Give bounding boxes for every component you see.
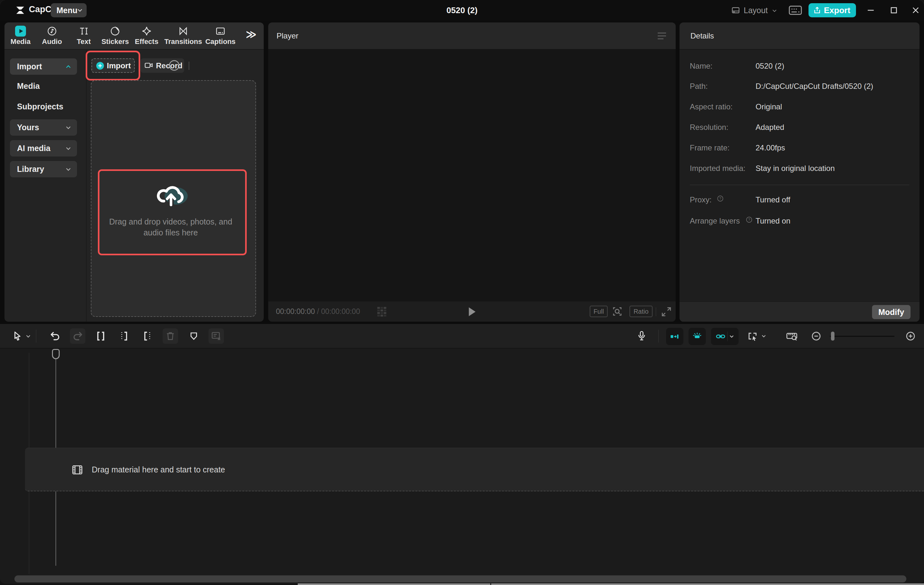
details-value: Stay in original location — [756, 163, 835, 174]
tab-media[interactable]: Media — [9, 26, 32, 48]
tab-audio[interactable]: Audio — [40, 26, 64, 48]
captions-icon — [215, 26, 226, 36]
sidebar-divider — [86, 50, 87, 322]
details-label: Resolution: — [690, 122, 728, 133]
camera-icon — [144, 61, 153, 71]
media-grid-area[interactable]: Drag and drop videos, photos, and audio … — [91, 80, 256, 317]
playhead-handle[interactable] — [52, 349, 60, 359]
import-button[interactable]: Import — [91, 58, 135, 73]
player-menu-icon[interactable] — [657, 31, 667, 42]
modify-button[interactable]: Modify — [872, 305, 911, 319]
tab-captions[interactable]: Captions — [205, 26, 236, 48]
menu-button-label: Menu — [56, 3, 78, 17]
delete-right-button[interactable] — [140, 328, 155, 344]
delete-left-button[interactable] — [117, 328, 132, 344]
asset-tab-bar: Media Audio Text Stickers — [5, 23, 264, 50]
details-row-frame-rate: Frame rate: 24.00fps — [680, 142, 919, 153]
details-label: Name: — [690, 61, 713, 71]
sidebar-item-media[interactable]: Media — [17, 80, 40, 92]
details-row-resolution: Resolution: Adapted — [680, 122, 919, 133]
tab-stickers[interactable]: Stickers — [101, 26, 130, 48]
tab-effects[interactable]: Effects — [132, 26, 161, 48]
sidebar-item-import[interactable]: Import — [10, 58, 77, 75]
details-row-path: Path: D:/CapCut/CapCut Drafts/0520 (2) — [680, 81, 919, 92]
export-button-label: Export — [824, 3, 850, 17]
timeline-horizontal-scrollbar[interactable] — [15, 575, 906, 582]
frame-grid-icon[interactable] — [377, 306, 388, 318]
zoom-in-button[interactable] — [903, 328, 918, 344]
split-button[interactable] — [93, 328, 109, 344]
player-viewport[interactable] — [268, 50, 676, 302]
details-value: D:/CapCut/CapCut Drafts/0520 (2) — [756, 81, 873, 92]
sidebar-library-label: Library — [17, 161, 44, 177]
help-icon[interactable]: ? — [746, 216, 753, 227]
timecode-total: 00:00:00:00 — [321, 307, 360, 316]
details-panel: Details Name: 0520 (2) Path: D:/CapCut/C… — [680, 23, 919, 322]
full-size-badge[interactable]: Full — [590, 306, 608, 317]
maximize-button[interactable] — [889, 6, 898, 16]
layout-dropdown[interactable]: Layout — [731, 3, 784, 17]
timeline-scale-button[interactable] — [784, 328, 800, 344]
shortcut-panel-icon[interactable] — [789, 5, 802, 16]
zoom-fit-icon[interactable] — [611, 305, 624, 319]
tab-transitions[interactable]: Transitions — [164, 26, 203, 48]
ratio-badge[interactable]: Ratio — [629, 306, 653, 317]
sidebar-yours-label: Yours — [17, 119, 39, 136]
export-button[interactable]: Export — [808, 3, 856, 17]
upload-dropzone[interactable]: Drag and drop videos, photos, and audio … — [99, 171, 242, 250]
mark-button[interactable] — [186, 328, 201, 344]
sidebar-item-subprojects[interactable]: Subprojects — [17, 101, 63, 112]
minimize-button[interactable] — [866, 6, 875, 16]
chevron-down-icon — [77, 8, 83, 14]
sidebar-item-ai-media[interactable]: AI media — [10, 140, 77, 157]
tab-captions-label: Captions — [205, 38, 236, 46]
play-button[interactable] — [467, 306, 477, 319]
layout-icon — [731, 6, 741, 16]
menu-button[interactable]: Menu — [51, 3, 87, 17]
undo-button[interactable] — [48, 328, 63, 344]
details-row-name: Name: 0520 (2) — [680, 61, 919, 71]
sidebar-item-yours[interactable]: Yours — [10, 119, 77, 136]
record-voiceover-button[interactable] — [634, 328, 649, 344]
details-panel-header: Details — [680, 23, 919, 50]
button-row-divider — [189, 62, 189, 70]
select-tool-dropdown[interactable] — [24, 328, 33, 344]
sidebar-item-library[interactable]: Library — [10, 161, 77, 177]
toolbar-divider — [658, 330, 659, 343]
details-row-aspect-ratio: Aspect ratio: Original — [680, 101, 919, 112]
details-value: Adapted — [756, 122, 784, 133]
timeline-zoom-slider[interactable] — [830, 332, 894, 341]
export-icon — [813, 6, 821, 16]
details-label: Aspect ratio: — [690, 101, 733, 112]
layout-label: Layout — [744, 3, 768, 17]
sticker-icon — [110, 26, 120, 36]
timeline-area[interactable]: Drag material here and start to create — [0, 348, 924, 584]
select-tool-button[interactable] — [10, 328, 25, 344]
expand-tabs-button[interactable]: ≫ — [246, 28, 257, 40]
player-panel-title: Player — [277, 23, 299, 49]
dropzone-hint-line2: audio files here — [99, 228, 242, 237]
slider-handle[interactable] — [831, 332, 835, 341]
cursor-split-dropdown[interactable] — [759, 328, 768, 344]
fullscreen-icon[interactable] — [660, 306, 672, 319]
close-button[interactable] — [911, 6, 920, 16]
details-label: Frame rate: — [690, 142, 729, 153]
help-icon[interactable]: ? — [717, 195, 724, 206]
tab-text[interactable]: Text — [72, 26, 95, 48]
timecode: 00:00:00:00 / 00:00:00:00 — [276, 302, 360, 322]
dropzone-hint-line1: Drag and drop videos, photos, and — [99, 217, 242, 226]
empty-track-band[interactable]: Drag material here and start to create — [25, 448, 924, 491]
sidebar-import-label: Import — [17, 58, 42, 75]
details-row-proxy: Proxy: ? Turned off — [680, 194, 919, 205]
timecode-separator: / — [317, 307, 321, 316]
taskbar-edge-notch — [490, 583, 491, 585]
snap-toggle-button[interactable] — [666, 328, 683, 345]
preview-axis-toggle-button[interactable] — [688, 328, 706, 345]
details-value: 0520 (2) — [756, 61, 784, 71]
slider-track[interactable] — [830, 336, 894, 337]
zoom-out-button[interactable] — [808, 328, 824, 344]
details-value: Original — [756, 101, 782, 112]
redo-button — [70, 328, 85, 344]
cursor-split-tool-button[interactable] — [745, 328, 761, 344]
link-toggle-button[interactable] — [711, 328, 739, 345]
